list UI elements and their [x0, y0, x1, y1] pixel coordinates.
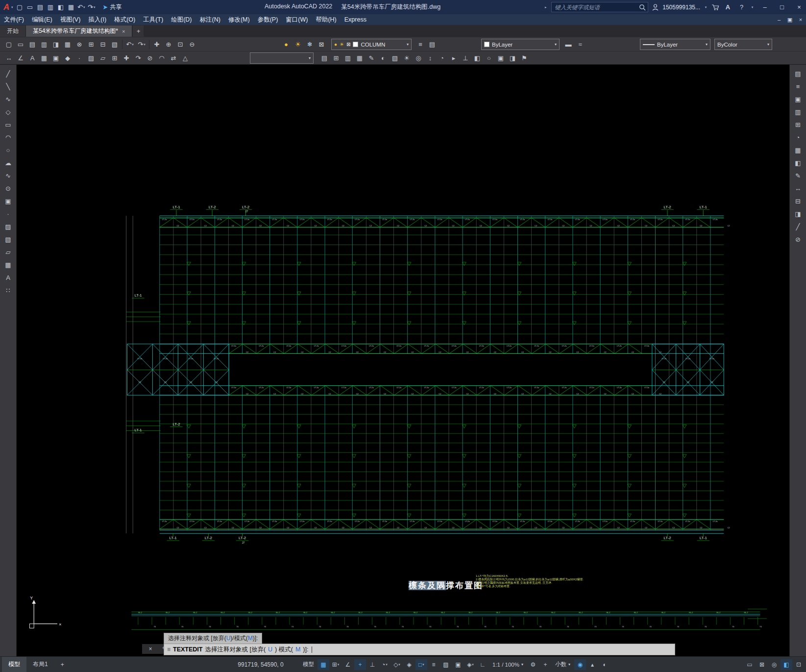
user-icon[interactable] [652, 3, 659, 11]
modify-panel-icon[interactable]: ▤ [792, 68, 804, 79]
plot-icon[interactable]: ◧ [55, 2, 66, 12]
region-tool-icon[interactable]: ▱ [2, 246, 14, 258]
copy-clip-icon[interactable]: ⊞ [85, 39, 97, 50]
window-maximize-button[interactable]: □ [775, 0, 789, 14]
units-dropdown[interactable]: 小数 ▾ [552, 659, 574, 670]
autodesk-app-icon[interactable]: A [723, 2, 733, 12]
insert-block-icon[interactable]: ▣ [50, 52, 62, 64]
layers-panel-icon[interactable]: ≡ [792, 80, 804, 92]
hatch-tool-icon[interactable]: ▨ [2, 221, 14, 232]
point-icon[interactable]: ∙ [73, 52, 85, 64]
erase-panel-icon[interactable]: ⊘ [792, 233, 804, 245]
dynamic-ucs-icon[interactable]: ∟ [477, 659, 488, 670]
sheet-set-manager-icon[interactable]: ▦ [354, 52, 366, 64]
annotate-panel-icon[interactable]: ✎ [792, 170, 804, 181]
ellipse-tool-icon[interactable]: ⊙ [2, 182, 14, 194]
layer-properties-icon[interactable]: ≡ [415, 39, 426, 50]
publish-sheets-icon[interactable]: ▦ [62, 39, 73, 50]
make-block-icon[interactable]: ◆ [62, 52, 73, 64]
markup-icon[interactable]: ✎ [366, 52, 377, 64]
search-icon[interactable] [639, 4, 646, 11]
new-drawing-icon[interactable]: ▢ [3, 39, 15, 50]
new-tab-button[interactable]: + [133, 25, 144, 37]
plot-drawing-icon[interactable]: ▥ [38, 39, 50, 50]
match-properties-icon[interactable]: ▧ [109, 39, 121, 50]
tool-palettes-icon[interactable]: ▥ [342, 52, 354, 64]
gradient-tool-icon[interactable]: ▧ [2, 233, 14, 245]
steering-wheel-icon[interactable]: ◔ [436, 52, 448, 64]
dim-angular-icon[interactable]: ∠ [15, 52, 26, 64]
lights-icon[interactable]: ☀ [401, 52, 413, 64]
mtext-tool-icon[interactable]: A [2, 272, 14, 283]
object-snap-tracking-icon[interactable]: ◈ [403, 659, 415, 670]
search-input[interactable] [554, 4, 639, 11]
model-space-badge[interactable]: 模型 [300, 661, 317, 668]
measure-panel-icon[interactable]: ↔ [792, 182, 804, 194]
arc-tool-icon[interactable]: ◠ [2, 131, 14, 143]
rectangle-tool-icon[interactable]: ▭ [2, 119, 14, 130]
annotation-visibility-icon[interactable]: ◉ [574, 659, 586, 670]
show-motion-icon[interactable]: ▸ [448, 52, 460, 64]
revcloud-tool-icon[interactable]: ☁ [2, 157, 14, 169]
visual-styles-icon[interactable]: ◨ [507, 52, 518, 64]
properties-palette-icon[interactable]: ▤ [318, 52, 330, 64]
new-file-icon[interactable]: ▢ [14, 2, 24, 12]
polar-tracking-icon[interactable]: ◔▾ [379, 659, 391, 670]
autoscale-icon[interactable]: ▴ [586, 659, 598, 670]
command-mode-option[interactable]: M [295, 646, 300, 653]
zoom-realtime-icon[interactable]: ⊕ [163, 39, 174, 50]
menu-view[interactable]: 视图(V) [56, 14, 85, 25]
polyline-tool-icon[interactable]: ∿ [2, 93, 14, 105]
tab-close-icon[interactable]: × [122, 28, 125, 34]
blocks-panel-icon[interactable]: ▣ [792, 93, 804, 105]
linetype-manager-icon[interactable]: ≈ [574, 39, 586, 50]
layer-previous-icon[interactable]: ▤ [426, 39, 438, 50]
clean-screen-icon[interactable]: ⊡ [793, 659, 805, 670]
paste-clip-icon[interactable]: ⊟ [97, 39, 109, 50]
menu-tools[interactable]: 工具(T) [139, 14, 167, 25]
measure-icon[interactable]: ↔ [3, 52, 15, 64]
menu-dimension[interactable]: 标注(N) [196, 14, 224, 25]
view-manager-icon[interactable]: ◧ [471, 52, 483, 64]
window-minimize-button[interactable]: – [758, 0, 772, 14]
transparency-icon[interactable]: ▨ [440, 659, 452, 670]
properties-panel-icon[interactable]: ▥ [792, 106, 804, 118]
account-label[interactable]: 1505999135... [662, 4, 700, 11]
move-icon[interactable]: ✚ [121, 52, 132, 64]
publish-icon[interactable]: ▦ [66, 2, 76, 12]
point-array-tool-icon[interactable]: ∷ [2, 284, 14, 296]
insert-block-tool-icon[interactable]: ▣ [2, 195, 14, 207]
graphics-performance-icon[interactable]: ◧ [781, 659, 792, 670]
tab-start[interactable]: 开始 [0, 25, 26, 37]
table-icon[interactable]: ▦ [38, 52, 50, 64]
snap-mode-icon[interactable]: ⊞▾ [330, 659, 342, 670]
plotstyle-dropdown[interactable]: ByColor ▾ [714, 39, 772, 50]
materials-icon[interactable]: ▧ [389, 52, 401, 64]
plot-preview-icon[interactable]: ◨ [50, 39, 62, 50]
color-dropdown[interactable]: ByLayer ▾ [481, 39, 560, 50]
xline-tool-icon[interactable]: ╲ [2, 80, 14, 92]
layer-lock-icon[interactable]: ⊠ [316, 39, 327, 50]
command-line[interactable]: ≡ TEXTEDIT 选择注释对象或 [放弃(U) 模式(M)]: [164, 644, 675, 655]
menu-window[interactable]: 窗口(W) [282, 14, 312, 25]
doc-restore-button[interactable]: ▣ [784, 14, 795, 25]
rotate-icon[interactable]: ↷ [132, 52, 144, 64]
menu-insert[interactable]: 插入(I) [84, 14, 110, 25]
zoom-previous-icon[interactable]: ⊖ [186, 39, 198, 50]
isolate-objects-icon[interactable]: ◎ [768, 659, 780, 670]
pan-realtime-icon[interactable]: ✚ [151, 39, 163, 50]
named-views-icon[interactable]: ▣ [495, 52, 507, 64]
view-panel-icon[interactable]: ◧ [792, 157, 804, 169]
layer-dropdown[interactable]: ● ☀ ⊠ COLUMN ▾ [331, 39, 412, 50]
annotation-sync-icon[interactable]: ◐ [599, 659, 611, 670]
isodraft-icon[interactable]: ◇▾ [391, 659, 403, 670]
search-arrow-icon[interactable]: ▸ [543, 5, 548, 9]
layer-on-icon[interactable]: ● [280, 39, 292, 50]
camera-icon[interactable]: ◎ [413, 52, 424, 64]
linetype-dropdown[interactable]: ByLayer ▾ [640, 39, 710, 50]
ucs-icon[interactable]: ⊥ [460, 52, 471, 64]
menu-draw[interactable]: 绘图(D) [167, 14, 195, 25]
clipboard-panel-icon[interactable]: ▦ [792, 144, 804, 156]
quick-properties-icon[interactable]: ▭ [744, 659, 756, 670]
window-close-button[interactable]: × [792, 0, 806, 14]
